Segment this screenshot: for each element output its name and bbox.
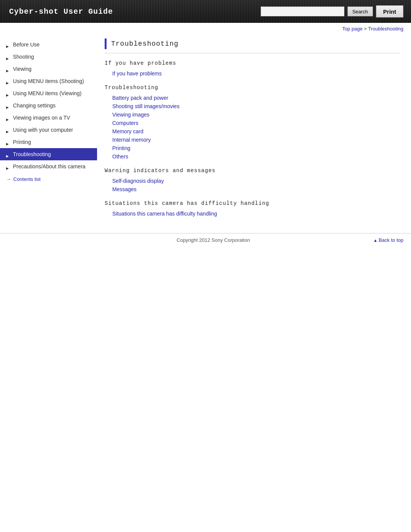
content-link-if-you-have-problems-link[interactable]: If you have problems: [105, 69, 400, 78]
chevron-right-icon: [6, 67, 10, 71]
chevron-right-icon: [6, 140, 10, 144]
chevron-right-icon: [6, 104, 10, 107]
sidebar-item-precautions[interactable]: Precautions/About this camera: [0, 160, 97, 173]
sidebar-item-label: Printing: [13, 139, 31, 145]
sidebar-item-viewing-tv[interactable]: Viewing images on a TV: [0, 112, 97, 124]
sidebar-item-label: Before Use: [13, 42, 40, 48]
sidebar-items-container: Before UseShootingViewingUsing MENU item…: [0, 38, 97, 173]
section-heading-troubleshooting: Troubleshooting: [105, 85, 400, 91]
content-link-computers[interactable]: Computers: [105, 119, 400, 127]
print-button[interactable]: Print: [376, 5, 403, 18]
breadcrumb-separator: >: [363, 26, 368, 32]
page-heading-bar: [105, 38, 107, 49]
copyright-text: Copyright 2012 Sony Corporation: [53, 237, 373, 243]
sidebar-item-using-computer[interactable]: Using with your computer: [0, 124, 97, 136]
search-button[interactable]: Search: [347, 6, 373, 16]
sidebar-item-troubleshooting[interactable]: Troubleshooting: [0, 148, 97, 160]
sidebar-item-printing[interactable]: Printing: [0, 136, 97, 148]
content-link-shooting-still-movies[interactable]: Shooting still images/movies: [105, 102, 400, 110]
content-link-memory-card[interactable]: Memory card: [105, 127, 400, 136]
section-heading-situations: Situations this camera has difficulty ha…: [105, 200, 400, 206]
chevron-right-icon: [6, 43, 10, 46]
breadcrumb-top-link[interactable]: Top page: [342, 26, 363, 32]
content-link-self-diagnosis-display[interactable]: Self-diagnosis display: [105, 177, 400, 185]
sidebar-item-label: Troubleshooting: [13, 151, 51, 157]
chevron-right-icon: [6, 165, 10, 168]
breadcrumb: Top page > Troubleshooting: [0, 23, 411, 35]
sidebar-item-shooting[interactable]: Shooting: [0, 51, 97, 63]
page-title: Troubleshooting: [111, 40, 178, 48]
content-sections: If you have problemsIf you have problems…: [105, 60, 400, 218]
sidebar-item-label: Shooting: [13, 54, 34, 60]
section-heading-warning-indicators: Warning indicators and messages: [105, 168, 400, 174]
sidebar-item-label: Viewing images on a TV: [13, 115, 70, 121]
sidebar-item-label: Using with your computer: [13, 127, 73, 133]
content-link-others[interactable]: Others: [105, 152, 400, 161]
chevron-right-icon: [6, 116, 10, 120]
footer: Copyright 2012 Sony Corporation Back to …: [0, 233, 411, 247]
breadcrumb-current-link[interactable]: Troubleshooting: [368, 26, 403, 32]
sidebar-item-changing-settings[interactable]: Changing settings: [0, 99, 97, 112]
sidebar-item-before-use[interactable]: Before Use: [0, 38, 97, 51]
sidebar-item-label: Viewing: [13, 66, 32, 72]
sidebar-item-viewing[interactable]: Viewing: [0, 63, 97, 75]
content-link-internal-memory[interactable]: Internal memory: [105, 136, 400, 144]
sidebar-item-label: Precautions/About this camera: [13, 163, 86, 169]
contents-list-link[interactable]: Contents list: [0, 173, 97, 186]
sidebar-item-label: Using MENU items (Shooting): [13, 78, 84, 84]
sidebar-item-label: Using MENU items (Viewing): [13, 90, 81, 96]
content-link-messages[interactable]: Messages: [105, 185, 400, 193]
chevron-right-icon: [6, 79, 10, 83]
content-link-battery-pack-power[interactable]: Battery pack and power: [105, 94, 400, 102]
content-link-viewing-images[interactable]: Viewing images: [105, 110, 400, 119]
main-layout: Before UseShootingViewingUsing MENU item…: [0, 35, 411, 233]
chevron-right-icon: [6, 91, 10, 95]
back-to-top-link[interactable]: Back to top: [373, 237, 403, 243]
site-title: Cyber-shot User Guide: [0, 7, 113, 16]
header: Cyber-shot User Guide Search Print: [0, 0, 411, 23]
sidebar-item-using-menu-shooting[interactable]: Using MENU items (Shooting): [0, 75, 97, 87]
content-link-situations-link[interactable]: Situations this camera has difficulty ha…: [105, 209, 400, 218]
content-link-printing[interactable]: Printing: [105, 144, 400, 152]
chevron-right-icon: [6, 128, 10, 132]
chevron-right-icon: [6, 55, 10, 59]
sidebar: Before UseShootingViewingUsing MENU item…: [0, 35, 97, 190]
page-heading: Troubleshooting: [105, 38, 400, 53]
search-input[interactable]: [261, 6, 344, 16]
sidebar-item-using-menu-viewing[interactable]: Using MENU items (Viewing): [0, 87, 97, 99]
section-heading-if-you-have-problems: If you have problems: [105, 60, 400, 66]
chevron-right-icon: [6, 152, 10, 156]
content-area: Troubleshooting If you have problemsIf y…: [97, 35, 411, 225]
sidebar-item-label: Changing settings: [13, 102, 56, 109]
header-controls: Search Print: [261, 5, 411, 18]
